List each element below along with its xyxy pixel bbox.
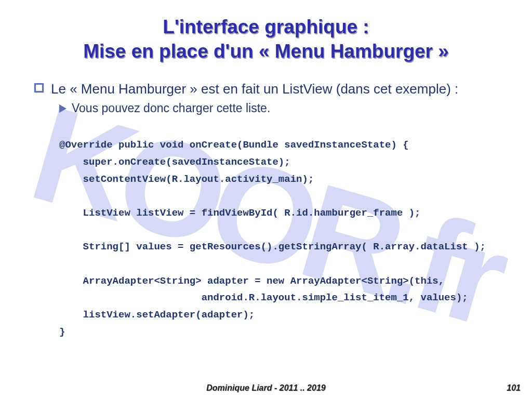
slide-footer: Dominique Liard - 2011 .. 2019 101	[0, 383, 532, 393]
title-line-2: Mise en place d'un « Menu Hamburger »	[83, 41, 449, 62]
title-heading: L'interface graphique : Mise en place d'…	[0, 15, 532, 64]
footer-page-number: 101	[507, 383, 521, 393]
subbullet-item: Vous pouvez donc charger cette liste.	[59, 101, 516, 116]
footer-author: Dominique Liard - 2011 .. 2019	[206, 383, 325, 392]
slide: KOOR.fr L'interface graphique : Mise en …	[0, 0, 532, 399]
slide-title: L'interface graphique : Mise en place d'…	[0, 15, 532, 64]
subbullet-text: Vous pouvez donc charger cette liste.	[72, 101, 270, 116]
code-block: @Override public void onCreate(Bundle sa…	[59, 137, 516, 340]
square-bullet-icon	[34, 83, 44, 92]
title-line-1: L'interface graphique :	[163, 16, 369, 37]
arrow-bullet-icon	[59, 104, 66, 113]
bullet-text: Le « Menu Hamburger » est en fait un Lis…	[51, 81, 458, 98]
slide-content: Le « Menu Hamburger » est en fait un Lis…	[34, 81, 516, 340]
bullet-item: Le « Menu Hamburger » est en fait un Lis…	[34, 81, 516, 98]
